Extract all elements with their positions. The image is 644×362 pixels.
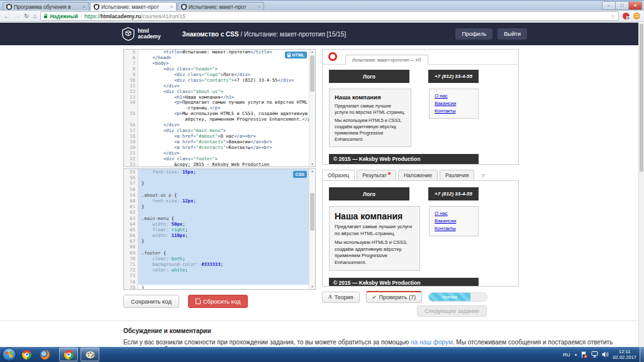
address-bar[interactable]: Надежный | https://htmlacademy.ru/course…: [40, 11, 619, 21]
preview-tab[interactable]: Результат: [357, 170, 396, 181]
code-line[interactable]: 75}: [124, 285, 315, 290]
code-line[interactable]: 71 background-color: #333333;: [124, 261, 315, 267]
code-text[interactable]: width: 50px;: [138, 221, 315, 227]
scroll-down-icon[interactable]: ▼: [309, 162, 315, 167]
check-button[interactable]: ✔Проверить (7): [366, 291, 422, 303]
code-text[interactable]: font-size: 15px;: [138, 169, 315, 175]
code-line[interactable]: 20 <a href="#contacts">Контакты</a><br>: [124, 145, 315, 151]
theory-button[interactable]: АТеория: [322, 292, 360, 303]
code-line[interactable]: 73: [124, 273, 315, 278]
network-icon[interactable]: [591, 351, 598, 358]
scroll-down-icon[interactable]: ▼: [309, 285, 315, 289]
code-text[interactable]: color: white;: [138, 267, 315, 273]
back-button[interactable]: ←: [4, 13, 10, 19]
bookmark-star-icon[interactable]: ☆: [610, 13, 615, 19]
code-line[interactable]: 66 width: 110px;: [124, 233, 315, 238]
code-text[interactable]: [138, 273, 315, 278]
taskbar-chrome-active-window[interactable]: [59, 348, 78, 361]
code-line[interactable]: 18 <a href="#about">О нас</a><br>: [124, 134, 315, 140]
htmlacademy-logo[interactable]: html academy: [122, 27, 160, 41]
tray-expand-icon[interactable]: ▲: [574, 353, 578, 356]
code-text[interactable]: <h1>Наша компания</h1>: [138, 95, 315, 101]
code-line[interactable]: 64 width: 50px;: [124, 221, 315, 227]
code-line[interactable]: 67}: [124, 238, 315, 244]
menu-link[interactable]: О нас: [435, 92, 473, 100]
scrollbar-thumb[interactable]: [310, 193, 314, 231]
code-text[interactable]: </div>: [138, 151, 315, 156]
refresh-button[interactable]: ↻: [24, 13, 29, 19]
code-line[interactable]: -страниц.</p>: [124, 106, 315, 111]
tab-close-icon[interactable]: ×: [257, 4, 260, 9]
html-code-editor[interactable]: 5 <title>Испытание: макет-прототип</titl…: [123, 49, 316, 167]
window-maximize-button[interactable]: □: [616, 1, 629, 10]
code-line[interactable]: 9 <div class="logo">Лого</div>: [124, 72, 315, 78]
code-text[interactable]: [138, 175, 315, 180]
forward-button[interactable]: →: [14, 13, 20, 19]
home-button[interactable]: ⌂: [33, 13, 36, 19]
code-text[interactable]: [138, 187, 315, 192]
browser-tab[interactable]: Испытание: макет-прот ×: [177, 2, 264, 11]
code-line[interactable]: 16 </div>: [124, 123, 315, 128]
code-line[interactable]: 60 font-size: 12px;: [124, 198, 315, 204]
code-line[interactable]: 72 color: white;: [124, 267, 315, 273]
code-text[interactable]: <div class="footer">: [138, 156, 315, 162]
action-center-flag-icon[interactable]: [581, 351, 587, 358]
code-text[interactable]: [138, 279, 315, 285]
code-line[interactable]: 21 </div>: [124, 151, 315, 156]
code-text[interactable]: clear: both;: [138, 256, 315, 261]
preview-tab[interactable]: Различия: [440, 170, 474, 181]
code-text[interactable]: [138, 209, 315, 215]
taskbar-paint-active-window[interactable]: [80, 348, 99, 361]
code-line[interactable]: 59.about-us p {: [124, 192, 315, 198]
preview-tab[interactable]: Наложение: [398, 170, 438, 181]
code-text[interactable]: -страниц.</p>: [138, 106, 315, 111]
code-line[interactable]: 68: [124, 244, 315, 250]
reset-code-button[interactable]: Сбросить код: [188, 295, 248, 308]
window-minimize-button[interactable]: –: [602, 1, 616, 10]
css-editor-scrollbar[interactable]: ▲ ▼: [309, 169, 315, 289]
language-indicator[interactable]: RU: [563, 352, 570, 358]
code-text[interactable]: </div>: [138, 84, 315, 89]
menu-link[interactable]: Контакты: [435, 107, 473, 115]
code-text[interactable]: <div class="contacts">+7 (812) 33-4-55</…: [138, 78, 315, 84]
code-text[interactable]: <div class="about-us">: [138, 89, 315, 95]
code-text[interactable]: <a href="#contacts">Контакты</a><br>: [138, 145, 315, 151]
scroll-up-icon[interactable]: ▲: [309, 169, 315, 173]
code-line[interactable]: 69.footer {: [124, 250, 315, 256]
code-line[interactable]: 58: [124, 187, 315, 192]
code-line[interactable]: 61}: [124, 204, 315, 209]
logout-button[interactable]: Выйти: [497, 28, 527, 40]
code-line[interactable]: 8 <div class="header">: [124, 67, 315, 72]
code-text[interactable]: }: [138, 180, 315, 186]
code-text[interactable]: <body>: [138, 61, 315, 67]
code-line[interactable]: 17 <div class="main-menu">: [124, 128, 315, 134]
menu-link[interactable]: Контакты: [435, 225, 473, 233]
code-text[interactable]: вёрстку, применяем Progressive Enhanceme…: [138, 117, 315, 123]
tab-close-icon[interactable]: ×: [170, 4, 173, 9]
taskbar-firefox-icon[interactable]: [37, 348, 53, 361]
speaker-icon[interactable]: [602, 351, 609, 358]
profile-button[interactable]: Профиль: [455, 28, 492, 40]
code-line[interactable]: 57}: [124, 180, 315, 186]
code-text[interactable]: }: [138, 238, 315, 244]
code-text[interactable]: [138, 244, 315, 250]
code-line[interactable]: 12 <div class="about-us">: [124, 89, 315, 95]
code-text[interactable]: }: [138, 204, 315, 209]
code-line[interactable]: 22 <div class="footer">: [124, 156, 315, 162]
tab-close-icon[interactable]: ×: [82, 4, 86, 9]
code-line[interactable]: 55 font-size: 15px;: [124, 169, 315, 175]
code-line[interactable]: 70 clear: both;: [124, 256, 315, 261]
code-text[interactable]: <a href="#about">О нас</a><br>: [138, 134, 315, 140]
code-text[interactable]: <a href="#contacts">Вакансии</a><br>: [138, 140, 315, 145]
code-text[interactable]: .about-us p {: [138, 192, 315, 198]
code-line[interactable]: 15 <p>Мы используем HTML5 и CSS3, создаё…: [124, 111, 315, 117]
code-line[interactable]: 11 </div>: [124, 84, 315, 89]
browser-tab[interactable]: Испытание: макет-прот ×: [90, 2, 177, 11]
code-text[interactable]: &copy; 2015 — Keksby Web Production: [138, 162, 315, 167]
code-line[interactable]: 63.main-menu {: [124, 216, 315, 221]
code-text[interactable]: <div class="logo">Лого</div>: [138, 72, 315, 78]
code-line[interactable]: 10 <div class="contacts">+7 (812) 33-4-5…: [124, 78, 315, 84]
code-text[interactable]: .main-menu {: [138, 216, 315, 221]
scroll-up-icon[interactable]: ▲: [309, 50, 315, 54]
code-line[interactable]: 56: [124, 175, 315, 180]
